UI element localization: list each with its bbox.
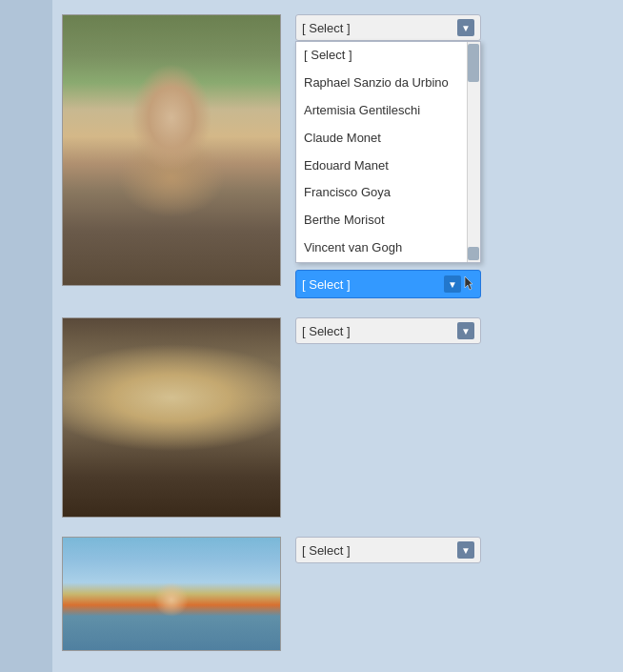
arrow-icon-1: ▼ [461, 23, 471, 33]
scrollbar-thumb-bottom-1[interactable] [468, 247, 479, 260]
select-button-1[interactable]: [ Select ] ▼ [295, 14, 481, 41]
item-label-goya: Francisco Goya [304, 185, 391, 199]
item-label-raphael: Raphael Sanzio da Urbino [304, 75, 449, 90]
frida-painting-img [63, 538, 280, 650]
dropdown-item-artemisia[interactable]: Artemisia Gentileschi [296, 97, 480, 125]
scrollbar-track-1[interactable] [467, 42, 480, 262]
dropdown-arrow-3[interactable]: ▼ [457, 541, 474, 559]
select-label-3: [ Select ] [302, 543, 351, 558]
artwork-image-mona-lisa [62, 14, 281, 286]
artwork-row-3: [ Select ] ▼ [62, 537, 613, 651]
artwork-row-1: [ Select ] ▼ [ Select ] Raphael Sanzio d… [62, 14, 613, 298]
dropdown-item-monet[interactable]: Claude Monet [296, 125, 480, 153]
select-button-2[interactable]: [ Select ] ▼ [295, 317, 481, 344]
arrow-icon-active-1: ▼ [448, 279, 457, 290]
artwork-row-2: [ Select ] ▼ [62, 317, 613, 518]
left-sidebar [0, 0, 52, 672]
dropdown-arrow-1[interactable]: ▼ [457, 19, 474, 36]
artwork-image-goya [62, 317, 281, 518]
dropdown-area-2: [ Select ] ▼ [295, 317, 481, 344]
mona-lisa-painting [63, 15, 280, 285]
arrow-icon-2: ▼ [461, 326, 471, 336]
select-button-active-1[interactable]: [ Select ] ▼ [295, 270, 481, 298]
dropdown-item-raphael[interactable]: Raphael Sanzio da Urbino [296, 70, 480, 97]
dropdown-item-select-placeholder[interactable]: [ Select ] [296, 42, 480, 70]
cursor-icon [463, 275, 474, 294]
item-label-monet: Claude Monet [304, 131, 381, 145]
select-label-2: [ Select ] [302, 324, 351, 338]
dropdown-arrow-active-1[interactable]: ▼ [444, 275, 461, 293]
dropdown-item-manet[interactable]: Edouard Manet [296, 153, 480, 180]
goya-painting-img [63, 318, 280, 517]
dropdown-item-vangogh[interactable]: Vincent van Gogh [296, 234, 480, 262]
dropdown-area-3: [ Select ] ▼ [295, 537, 481, 563]
item-label-manet: Edouard Manet [304, 158, 389, 173]
item-label-artemisia: Artemisia Gentileschi [304, 103, 420, 117]
item-label-morisot: Berthe Morisot [304, 213, 385, 227]
item-label-vangogh: Vincent van Gogh [304, 240, 402, 255]
artwork-image-frida [62, 537, 281, 651]
main-content: [ Select ] ▼ [ Select ] Raphael Sanzio d… [52, 0, 623, 672]
select-active-label-1: [ Select ] [302, 277, 351, 292]
scrollbar-thumb-top-1[interactable] [468, 44, 479, 82]
page-container: [ Select ] ▼ [ Select ] Raphael Sanzio d… [0, 0, 623, 672]
dropdown-arrow-2[interactable]: ▼ [457, 322, 474, 339]
dropdown-area-1: [ Select ] ▼ [ Select ] Raphael Sanzio d… [295, 14, 481, 298]
item-label-placeholder: [ Select ] [304, 48, 352, 62]
select-button-3[interactable]: [ Select ] ▼ [295, 537, 481, 563]
select-button-active-wrapper-1: [ Select ] ▼ [295, 270, 481, 298]
dropdown-item-morisot[interactable]: Berthe Morisot [296, 207, 480, 234]
dropdown-item-goya[interactable]: Francisco Goya [296, 179, 480, 207]
dropdown-list-1: [ Select ] Raphael Sanzio da Urbino Arte… [295, 41, 481, 263]
arrow-icon-3: ▼ [461, 545, 471, 556]
select-label-1: [ Select ] [302, 21, 351, 35]
active-arrow-area-1: ▼ [438, 275, 474, 294]
